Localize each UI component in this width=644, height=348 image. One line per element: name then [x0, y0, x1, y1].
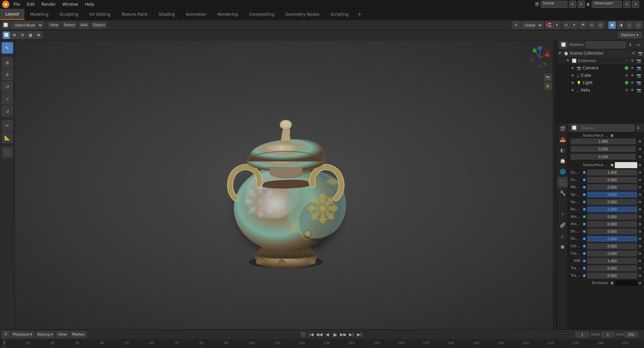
viewport-scrollbar[interactable] [553, 40, 557, 329]
material-mode-btn[interactable]: ◑ [617, 21, 625, 29]
sheen-tint-end-dot[interactable] [639, 237, 641, 240]
end-frame-input[interactable] [625, 332, 638, 337]
menu-edit[interactable]: Edit [24, 1, 37, 7]
subsurface1-val1[interactable] [571, 138, 636, 144]
prev-frame-btn[interactable]: ◀ [324, 331, 331, 338]
prop-physics-icon[interactable]: ⚡ [557, 209, 568, 220]
tab-scripting[interactable]: Scripting [325, 9, 354, 20]
ior-dot[interactable] [583, 260, 586, 262]
prop-data-icon[interactable]: △ [557, 230, 568, 241]
outliner-item-cube[interactable]: △ Cube ⚙ 👁 📷 [557, 72, 644, 79]
layout-icon-2[interactable]: ⊞ [11, 31, 18, 39]
anisotropic-r-dot[interactable] [583, 223, 586, 225]
specular-tint-end-dot[interactable] [639, 201, 641, 203]
transmission-end-dot[interactable] [639, 267, 641, 270]
proportional-opts-btn[interactable]: ▾ [571, 21, 578, 29]
playback-btn[interactable]: Playback ▾ [11, 331, 34, 338]
tietu-visibility[interactable]: 👁 [631, 88, 634, 92]
scene-selector[interactable]: Scene [541, 1, 568, 8]
object-btn[interactable]: Object [91, 21, 107, 29]
clearcoat-dot[interactable] [583, 245, 586, 248]
clearcoat-r-dot[interactable] [583, 252, 586, 255]
tool-scale[interactable]: ⤢ [2, 93, 13, 105]
sheen-dot[interactable] [583, 230, 586, 233]
snap-btn[interactable]: 🧲 [545, 21, 552, 29]
ior-val[interactable] [587, 258, 637, 264]
cube-render[interactable]: 📷 [637, 73, 641, 78]
tab-uv-editing[interactable]: UV Editing [84, 9, 116, 20]
current-frame-input[interactable] [576, 332, 589, 337]
sheen-tint-val[interactable] [587, 236, 637, 242]
outliner-item-camera[interactable]: 📷 Camera 👁 📷 [557, 64, 644, 72]
prop-view-layer-icon[interactable]: ◧ [557, 145, 568, 155]
specular-dot[interactable] [583, 193, 586, 196]
clearcoat-end-dot[interactable] [639, 245, 641, 248]
prop-world-icon[interactable]: 🌐 [557, 166, 568, 177]
viewport-3d[interactable]: X Y Z 📷 🔆 [15, 40, 557, 329]
jump-end-btn[interactable]: ▶| [356, 331, 363, 338]
filter-icon[interactable]: ⬇ [627, 42, 633, 48]
prop-output-icon[interactable]: 📤 [557, 134, 568, 145]
metallic-val[interactable] [587, 184, 637, 190]
viewport-gizmo[interactable]: X Y Z [528, 46, 551, 69]
props-editor-type[interactable]: ⬜ [571, 124, 578, 132]
sheen-tint-dot[interactable] [583, 237, 586, 240]
xray-btn[interactable]: ◫ [597, 21, 604, 29]
camera-render[interactable]: 📷 [637, 66, 641, 70]
outliner-search[interactable] [586, 42, 625, 48]
scene-collection-row[interactable]: 🏠 Scene Collection 👁 📷 [557, 50, 644, 57]
tab-compositing[interactable]: Compositing [244, 9, 280, 20]
anisotropic-r-val[interactable] [587, 221, 637, 227]
jump-start-btn[interactable]: |◀ [308, 331, 315, 338]
emission-color[interactable] [615, 280, 637, 286]
timeline-editor-type[interactable]: ⏱ [2, 331, 9, 338]
subsurface3-end-dot[interactable] [639, 179, 641, 181]
subsurface2-color[interactable] [615, 162, 637, 168]
subsurface2-end-dot[interactable] [639, 164, 641, 166]
tool-move[interactable]: ✛ [2, 69, 13, 80]
subsurface-i-dot[interactable] [583, 171, 586, 174]
menu-render[interactable]: Render [39, 1, 58, 7]
menu-file[interactable]: File [11, 1, 23, 7]
prop-particles-icon[interactable]: · [557, 198, 568, 209]
roughness-val[interactable] [587, 206, 637, 212]
metallic-end-dot[interactable] [639, 186, 641, 189]
scene-remove-btn[interactable]: × [578, 1, 585, 8]
anisotropic-r-end-dot[interactable] [639, 223, 641, 225]
tool-rotate[interactable]: ↺ [2, 81, 13, 92]
sheen-val[interactable] [587, 228, 637, 234]
tab-add-btn[interactable]: + [354, 10, 365, 19]
layout-icon-1[interactable]: ⬜ [3, 31, 10, 39]
stop-btn[interactable]: ⬛ [300, 331, 307, 338]
outliner-filter-btn[interactable]: ≡ [635, 42, 641, 48]
layout-icon-4[interactable]: ▦ [27, 31, 34, 39]
viewlayer-add-btn[interactable]: + [623, 1, 631, 8]
timeline-ruler[interactable]: 0 10 20 30 40 50 60 70 80 90 100 110 120 [0, 339, 644, 348]
roughness-dot[interactable] [583, 208, 586, 211]
step-fwd-btn[interactable]: ▶| [348, 331, 355, 338]
tab-shading[interactable]: Shading [153, 9, 180, 20]
tab-modeling[interactable]: Modeling [25, 9, 54, 20]
anisotropic-dot[interactable] [583, 215, 586, 218]
object-mode-select[interactable]: Object Mode [11, 21, 43, 29]
tab-texture-paint[interactable]: Texture Paint [116, 9, 153, 20]
solid-mode-btn[interactable]: ● [608, 21, 616, 29]
viewlayer-selector[interactable]: ViewLayer [592, 1, 622, 8]
specular-tint-val[interactable] [587, 199, 637, 205]
subsurface1-val3[interactable] [571, 154, 636, 160]
timeline-view-btn[interactable]: View [56, 331, 69, 338]
viewport-overlays-btn[interactable]: ⊙ [588, 21, 595, 29]
specular-end-dot[interactable] [639, 193, 641, 196]
origin-btn[interactable]: ⊙ [513, 21, 520, 29]
light-render[interactable]: 📷 [637, 81, 641, 85]
tab-layout[interactable]: Layout [0, 9, 25, 20]
marker-btn[interactable]: Marker [70, 331, 87, 338]
outliner-editor-type[interactable]: ⬜ [560, 41, 567, 49]
subsurface-i-val[interactable] [587, 169, 637, 176]
light-visibility[interactable]: 👁 [631, 81, 634, 85]
clearcoat-val[interactable] [587, 243, 637, 249]
props-search[interactable] [579, 125, 634, 131]
wireframe-mode-btn[interactable]: □ [635, 21, 642, 29]
blender-logo[interactable]: ● [2, 1, 9, 8]
prop-constraints-icon[interactable]: 🔗 [557, 220, 568, 230]
